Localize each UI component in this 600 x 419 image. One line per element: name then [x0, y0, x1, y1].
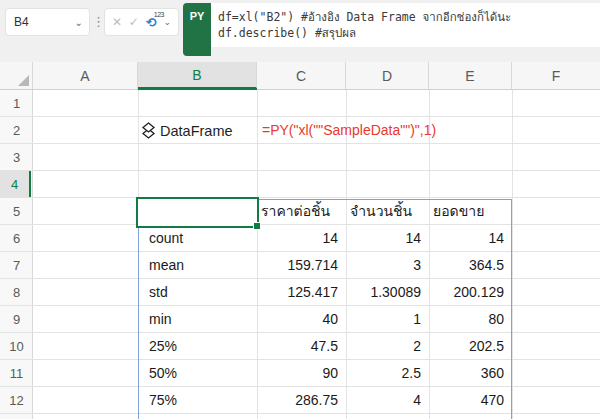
describe-header-row: ราคาต่อชิ้น จำนวนชิ้น ยอดขาย [257, 198, 512, 225]
name-box-value: B4 [6, 15, 75, 29]
row-header-4[interactable]: 4 [0, 171, 31, 198]
cell-b10[interactable]: 50% [138, 360, 257, 387]
formula-bar-chrome: B4 ⌄ ⋮ ✕ ✓ ⟲123 ⌄ PY df=xl("B2") #อ้างอิ… [0, 0, 600, 62]
column-header-b[interactable]: B [138, 62, 257, 89]
describe-row-mean: mean 159.714 3 364.5 [138, 252, 512, 279]
fill-handle[interactable] [253, 222, 261, 230]
describe-row-min: min 40 1 80 [138, 306, 512, 333]
column-header-c[interactable]: C [257, 62, 346, 89]
cell-c4[interactable]: ราคาต่อชิ้น [257, 198, 346, 225]
row-header-8[interactable]: 8 [0, 279, 33, 306]
row-header-5[interactable]: 5 [0, 198, 33, 225]
chevron-down-icon[interactable]: ⌄ [164, 17, 172, 27]
cell-d10[interactable]: 2.5 [346, 360, 429, 387]
cell-c8[interactable]: 40 [257, 306, 346, 333]
cell-c10[interactable]: 90 [257, 360, 346, 387]
cell-e7[interactable]: 200.129 [429, 279, 512, 306]
column-header-f[interactable]: F [512, 62, 600, 89]
cell-b11[interactable]: 75% [138, 387, 257, 414]
column-header-a[interactable]: A [33, 62, 138, 89]
cell-c9[interactable]: 47.5 [257, 333, 346, 360]
python-code-line: df=xl("B2") #อ้างอิง Data Frame จากอีกช่… [211, 9, 600, 25]
python-code-line: df.describe() #สรุปผล [211, 25, 600, 41]
cell-e10[interactable]: 360 [429, 360, 512, 387]
cell-e9[interactable]: 202.5 [429, 333, 512, 360]
describe-row-std: std 125.417 1.30089 200.129 [138, 279, 512, 306]
cell-c11[interactable]: 286.75 [257, 387, 346, 414]
cell-c12[interactable]: 399 [257, 414, 346, 419]
python-badge-label: PY [183, 10, 211, 22]
column-header-row: A B C D E F [0, 62, 600, 90]
cell-d6[interactable]: 3 [346, 252, 429, 279]
active-cell-b4[interactable] [136, 197, 259, 228]
describe-row-75pct: 75% 286.75 4 470 [138, 387, 512, 414]
dataframe-icon [141, 122, 156, 139]
cell-d9[interactable]: 2 [346, 333, 429, 360]
cell-b12[interactable]: max [138, 414, 257, 419]
describe-row-50pct: 50% 90 2.5 360 [138, 360, 512, 387]
excel-window: B4 ⌄ ⋮ ✕ ✓ ⟲123 ⌄ PY df=xl("B2") #อ้างอิ… [0, 0, 600, 419]
cell-b5[interactable]: count [138, 225, 257, 252]
row-header-9[interactable]: 9 [0, 306, 33, 333]
enter-icon[interactable]: ✓ [129, 15, 139, 29]
row-header-12[interactable]: 12 [0, 387, 33, 414]
cell-b9[interactable]: 25% [138, 333, 257, 360]
cell-e11[interactable]: 470 [429, 387, 512, 414]
column-header-d[interactable]: D [346, 62, 429, 89]
cell-e8[interactable]: 80 [429, 306, 512, 333]
formula-actions: ✕ ✓ ⟲123 ⌄ [104, 8, 179, 36]
cell-c7[interactable]: 125.417 [257, 279, 346, 306]
cell-c5[interactable]: 14 [257, 225, 346, 252]
cell-c6[interactable]: 159.714 [257, 252, 346, 279]
cell-d8[interactable]: 1 [346, 306, 429, 333]
cell-e4[interactable]: ยอดขาย [429, 198, 512, 225]
column-header-e[interactable]: E [429, 62, 512, 89]
cell-d4[interactable]: จำนวนชิ้น [346, 198, 429, 225]
describe-row-25pct: 25% 47.5 2 202.5 [138, 333, 512, 360]
cancel-icon[interactable]: ✕ [112, 15, 122, 29]
python-output-type-icon[interactable]: ⟲123 [146, 15, 157, 30]
select-all-corner[interactable] [0, 62, 33, 89]
describe-row-max: max 399 5 798 [138, 414, 512, 419]
describe-row-count: count 14 14 14 [138, 225, 512, 252]
row-header-7[interactable]: 7 [0, 252, 33, 279]
cell-e5[interactable]: 14 [429, 225, 512, 252]
row-header-11[interactable]: 11 [0, 360, 33, 387]
selected-column-underline [138, 88, 257, 90]
chevron-down-icon[interactable]: ⌄ [75, 17, 89, 28]
row-header-3[interactable]: 3 [0, 144, 33, 171]
dataframe-chip-label: DataFrame [160, 123, 233, 139]
cell-d12[interactable]: 5 [346, 414, 429, 419]
select-all-triangle-icon [18, 75, 29, 86]
row-header-1[interactable]: 1 [0, 90, 33, 117]
cell-b6[interactable]: mean [138, 252, 257, 279]
row-header-2[interactable]: 2 [0, 117, 33, 144]
cell-c2-py-formula[interactable]: =PY("xl(""SampleData"")",1) [262, 117, 436, 144]
cell-b8[interactable]: min [138, 306, 257, 333]
row-header-10[interactable]: 10 [0, 333, 33, 360]
formula-input[interactable]: df=xl("B2") #อ้างอิง Data Frame จากอีกช่… [211, 3, 600, 47]
cell-e12[interactable]: 798 [429, 414, 512, 419]
python-badge: PY [183, 3, 211, 56]
cell-b7[interactable]: std [138, 279, 257, 306]
cell-e6[interactable]: 364.5 [429, 252, 512, 279]
cell-b2-dataframe-chip[interactable]: DataFrame [138, 117, 257, 144]
row-header-6[interactable]: 6 [0, 225, 33, 252]
cell-d5[interactable]: 14 [346, 225, 429, 252]
worksheet-grid[interactable]: 1 2 3 4 5 6 7 8 9 10 11 12 DataFrame =PY… [0, 90, 600, 419]
cell-d7[interactable]: 1.30089 [346, 279, 429, 306]
cell-d11[interactable]: 4 [346, 387, 429, 414]
name-box[interactable]: B4 ⌄ [5, 8, 90, 36]
gridline [512, 90, 513, 419]
